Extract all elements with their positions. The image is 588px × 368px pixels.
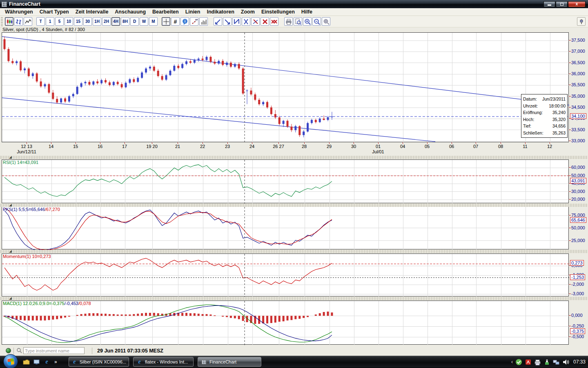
axis-tick [569,228,571,228]
axis-tick [569,107,571,108]
x-axis-label: 16 [98,144,102,149]
restore-button[interactable] [556,1,568,7]
axis-label: -0,250 [571,323,584,328]
start-button[interactable] [3,354,18,368]
trendline-4-button[interactable] [242,17,250,26]
windows-taskbar: e» eSilber (ISIN XC00096...eflatex - Win… [0,356,588,368]
axis-label: 20,000 [571,197,585,202]
interval-w-button[interactable]: W [140,17,148,26]
power-plug-tray-icon[interactable] [543,359,550,366]
menu-chart-typen[interactable]: Chart Typen [36,8,72,16]
panel-splitter[interactable]: ◢ [0,156,588,159]
printer-tray-icon[interactable] [534,359,541,366]
line-chart-button[interactable] [24,17,32,26]
candlestick-chart-button[interactable] [5,17,13,26]
axis-label: 0,000 [571,313,583,318]
splitter-grip-icon: ◢ [9,155,12,159]
taskbar-button[interactable]: eflatex - Windows Int... [133,357,194,367]
panel-main[interactable] [2,32,569,142]
interval-30-button[interactable]: 30 [83,17,92,26]
delete-all-button[interactable] [270,17,278,26]
panel-momentum[interactable]: Momentum(1) 10=0,273 [2,254,569,296]
menu-zoom[interactable]: Zoom [238,8,258,16]
panel-splitter[interactable]: ◢ [0,250,588,253]
interval-10-button[interactable]: 10 [65,17,73,26]
data-labels-button[interactable]: ## [190,17,198,26]
zoom-reset-button[interactable] [322,17,330,26]
pin-chart-button[interactable] [577,17,586,26]
axis-tick [569,63,571,63]
trendline-1-button[interactable] [214,17,222,26]
close-button[interactable]: x [568,1,586,7]
adobe-reader-tray-icon[interactable] [525,359,532,366]
menu-linien[interactable]: Linien [182,8,204,16]
interval-d-button[interactable]: D [130,17,139,26]
taskbar-clock[interactable]: 07:33 [573,359,586,365]
axis-label: 25,000 [571,238,585,243]
axis-label: 30,000 [571,189,585,194]
minimize-button[interactable] [543,1,555,7]
axis-tick [569,175,571,176]
x-axis-label: 12 13 [21,144,32,149]
menu-zeit-intervalle[interactable]: Zeit Intervalle [72,8,112,16]
crosshair-button[interactable] [162,17,170,26]
network-tray-icon[interactable] [553,359,560,366]
interval-m-button[interactable]: M [149,17,158,26]
interval-5-button[interactable]: 5 [55,17,64,26]
axis-tick [569,130,571,130]
menu-bearbeiten[interactable]: Bearbeiten [149,8,182,16]
interval-1h-button[interactable]: 1H [93,17,101,26]
volume-button[interactable] [199,17,208,26]
axis-label: 36,500 [571,60,585,65]
bar-chart-button[interactable] [14,17,23,26]
delete-button[interactable] [261,17,269,26]
info-button[interactable]: i [180,17,189,26]
axis-label: 35,500 [571,82,585,87]
interval-1-button[interactable]: 1 [46,17,54,26]
x-axis-label: 24 [249,144,254,149]
menu-indikatoren[interactable]: Indikatoren [203,8,237,16]
delete-line-button[interactable] [251,17,260,26]
interval-15-button[interactable]: 15 [74,17,82,26]
x-axis-label: 29 [327,144,332,149]
trendline-2-button[interactable] [223,17,232,26]
menu-einstellungen[interactable]: Einstellungen [258,8,298,16]
interval-8h-button[interactable]: 8H [121,17,129,26]
interval-t-button[interactable]: T [36,17,45,26]
x-axis-label: 05 [425,144,430,149]
interval-2h-button[interactable]: 2H [102,17,111,26]
x-axis-label: 21 [175,144,180,149]
tray-expand-chevron[interactable]: ‹ [511,359,513,365]
axis-tick [569,315,571,316]
menu-anschauung[interactable]: Anschauung [111,8,149,16]
panel-splitter[interactable]: ◢ [0,297,588,300]
panel-splitter[interactable]: ◢ [0,204,588,207]
panel-macd[interactable]: MACD(1) 12.0;26.0;9.0=-0,375/-0,453/0,07… [2,301,569,345]
x-axis-label: 07 [473,144,478,149]
axis-label: 35,000 [571,94,585,99]
interval-4h-button[interactable]: 4H [111,17,120,26]
print-button[interactable] [284,17,293,26]
print-preview-button[interactable] [294,17,302,26]
zoom-out-button[interactable] [312,17,321,26]
antivirus-check-tray-icon[interactable] [515,359,522,366]
splitter-grip-icon: ◢ [9,296,12,300]
folder-icon[interactable] [23,359,30,366]
taskbar-button[interactable]: eSilber (ISIN XC00096... [69,357,129,367]
menu-hilfe[interactable]: Hilfe [298,8,316,16]
connection-status-icon [6,348,11,353]
windows-logo-icon [7,358,14,365]
quicklaunch-overflow-chevron[interactable]: » [54,359,57,365]
show-desktop-icon[interactable] [33,359,40,366]
grid-button[interactable]: # [171,17,180,26]
panel-rsi[interactable]: RSI(1) 14=43,091 [2,159,569,203]
x-axis-label: 11 [523,144,527,149]
taskbar-button[interactable]: FinanceChart [198,357,261,367]
internet-explorer-icon[interactable]: e [43,359,50,366]
menu-währungen[interactable]: Währungen [2,8,36,16]
zoom-in-button[interactable] [303,17,312,26]
instrument-search-input[interactable] [23,347,85,354]
trendline-3-button[interactable] [232,17,241,26]
panel-pks[interactable]: PKS(1) 5;5;5=65,646/67,270 [2,206,569,249]
speaker-tray-icon[interactable] [562,359,569,366]
